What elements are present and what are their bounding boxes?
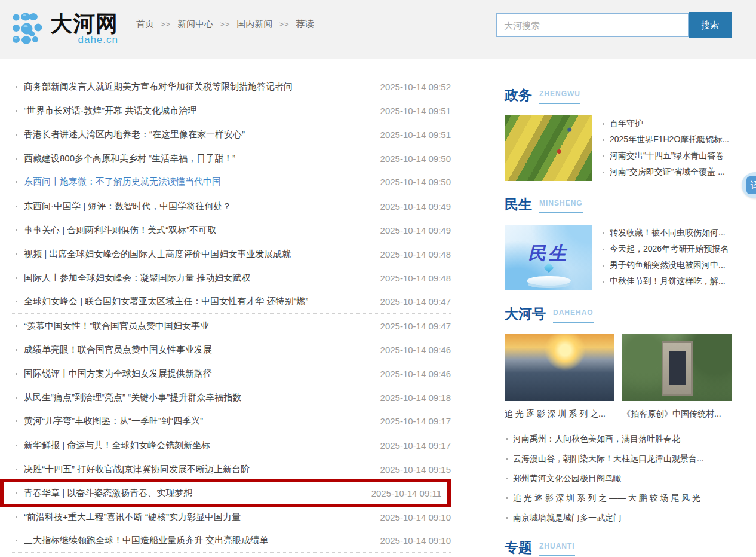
dahehao-card[interactable]: 追 光 逐 影 深 圳 系 列 之... <box>505 334 614 420</box>
sidebar-item-label: 今天起，2026年考研开始预报名 <box>610 244 729 255</box>
sidebar-list-item[interactable]: 中秋佳节到！月饼这样吃，解... <box>601 276 732 287</box>
zhengwu-media-row: 百年守护 2025年世界F1H2O摩托艇锦标... 河南交出“十四五”绿水青山答… <box>505 115 732 181</box>
news-title-link[interactable]: 新华鲜报 | 命运与共！全球妇女峰会镌刻新坐标 <box>24 440 210 451</box>
news-row[interactable]: 成绩单亮眼！联合国官员点赞中国女性事业发展 2025-10-14 09:46 <box>12 338 451 362</box>
bullet-icon <box>16 110 17 112</box>
news-row[interactable]: 青春华章 | 以奋斗姿态激扬青春、实现梦想 2025-10-14 09:11 <box>0 479 451 507</box>
farmland-aerial-photo[interactable] <box>505 115 592 181</box>
sidebar-list-item[interactable]: 云海漫山谷，朝阳染天际！天柱远口龙潭山观景台... <box>505 449 732 469</box>
news-date: 2025-10-14 09:48 <box>373 273 451 283</box>
sidebar-list-item[interactable]: 河南交出“十四五”绿水青山答卷 <box>601 151 732 161</box>
news-row[interactable]: “世界市长对话·敦煌”开幕 共话文化城市治理 2025-10-14 09:51 <box>12 99 451 123</box>
news-title-link[interactable]: “羡慕中国女性！”联合国官员点赞中国妇女事业 <box>24 320 209 332</box>
news-row[interactable]: 从民生“痛点”到治理“亮点” “关键小事”提升群众幸福指数 2025-10-14… <box>12 385 451 409</box>
news-title-link[interactable]: 国际人士参加全球妇女峰会：凝聚国际力量 推动妇女赋权 <box>24 273 250 284</box>
bullet-icon <box>603 123 604 125</box>
news-title-link[interactable]: 香港长者讲述大湾区内地养老：“在这里像在家一样安心” <box>24 129 245 140</box>
search-bar: 搜索 <box>496 12 732 38</box>
dahehao-card[interactable]: 《拍客原创》中国传统村... <box>622 334 732 420</box>
sidebar-list-item[interactable]: 百年守护 <box>601 118 732 129</box>
news-title-link[interactable]: 视频 | 出席全球妇女峰会的国际人士高度评价中国妇女事业发展成就 <box>24 249 291 260</box>
breadcrumb: 首页 >> 新闻中心 >> 国内新闻 >> 荐读 >> <box>136 19 314 30</box>
sidebar-item-label: 河南“交房即交证”省域全覆盖 ... <box>610 167 725 177</box>
news-title-link[interactable]: 决胜“十四五” 打好收官战|京津冀协同发展不断迈上新台阶 <box>24 464 250 475</box>
news-title-link[interactable]: 东西问·中国学 | 短评：数智时代，中国学将往何处？ <box>24 201 231 212</box>
section-subtitle: ZHUANTI <box>539 542 575 556</box>
sidebar-item-label: 男子钓鱼船突然没电被困河中... <box>610 260 726 271</box>
news-row[interactable]: 东西问·中国学 | 短评：数智时代，中国学将往何处？ 2025-10-14 09… <box>12 194 451 218</box>
news-title-link[interactable]: 全球妇女峰会 | 联合国妇女署亚太区域主任：中国女性有才华 还特别“燃” <box>24 296 308 307</box>
news-row[interactable]: 西藏建设800多个高原和美乡村 “生活幸福，日子甜！” 2025-10-14 0… <box>12 146 451 170</box>
news-title-link[interactable]: “前沿科技+重大工程”喜讯不断 “硬核”实力彰显中国力量 <box>24 512 241 523</box>
news-date: 2025-10-14 09:17 <box>373 416 451 426</box>
news-row[interactable]: 香港长者讲述大湾区内地养老：“在这里像在家一样安心” 2025-10-14 09… <box>12 123 451 146</box>
sidebar-item-label: 转发收藏！被不同虫咬伤如何... <box>610 228 726 238</box>
news-row[interactable]: 视频 | 出席全球妇女峰会的国际人士高度评价中国妇女事业发展成就 2025-10… <box>12 242 451 266</box>
news-row[interactable]: 新华鲜报 | 命运与共！全球妇女峰会镌刻新坐标 2025-10-14 09:17 <box>12 433 451 457</box>
bullet-icon <box>16 301 17 302</box>
bullet-icon <box>603 232 604 234</box>
news-row[interactable]: 商务部新闻发言人就近期美方宣布对华加征关税等限制措施答记者问 2025-10-1… <box>12 75 451 99</box>
news-title-link[interactable]: 成绩单亮眼！联合国官员点赞中国女性事业发展 <box>24 344 212 356</box>
breadcrumb-link[interactable]: 新闻中心 <box>177 19 213 30</box>
stone-stele-photo <box>622 334 732 401</box>
search-input[interactable] <box>496 13 689 37</box>
news-row[interactable]: 国际锐评丨中国方案为全球妇女发展提供新路径 2025-10-14 09:46 <box>12 362 451 385</box>
news-title-link[interactable]: “世界市长对话·敦煌”开幕 共话文化城市治理 <box>24 105 196 117</box>
news-row[interactable]: 全球妇女峰会 | 联合国妇女署亚太区域主任：中国女性有才华 还特别“燃” 202… <box>12 290 451 314</box>
sidebar-list-item[interactable]: 河南“交房即交证”省域全覆盖 ... <box>601 167 732 177</box>
sidebar-list-item[interactable]: 转发收藏！被不同虫咬伤如何... <box>601 228 732 238</box>
news-list: 商务部新闻发言人就近期美方宣布对华加征关税等限制措施答记者问 2025-10-1… <box>12 75 451 556</box>
site-logo[interactable]: 大河网 dahe.cn <box>12 12 118 47</box>
sidebar-list-item[interactable]: 2025年世界F1H2O摩托艇锦标... <box>601 134 732 145</box>
news-title-link[interactable]: 国际锐评丨中国方案为全球妇女发展提供新路径 <box>24 368 212 380</box>
sidebar-item-label: 河南禹州：人间秋色美如画，满目落叶胜春花 <box>513 434 680 445</box>
bullet-icon <box>603 249 604 250</box>
news-row[interactable]: 决胜“十四五” 打好收官战|京津冀协同发展不断迈上新台阶 2025-10-14 … <box>12 457 451 481</box>
news-title-link[interactable]: 从民生“痛点”到治理“亮点” “关键小事”提升群众幸福指数 <box>24 392 241 403</box>
section-title[interactable]: 政务 <box>505 88 532 103</box>
sidebar-section-dahehao: 大河号 DAHEHAO 追 光 逐 影 深 圳 系 列 之... 《拍客原创》中… <box>505 307 732 528</box>
news-title-link[interactable]: 三大指标继续领跑全球！中国造船业量质齐升 交出亮眼成绩单 <box>24 535 268 546</box>
news-row[interactable]: 事事关心 | 合则两利斗则俱伤！美式“双标”不可取 2025-10-14 09:… <box>12 218 451 242</box>
news-row[interactable]: 黄河“几字弯”丰收图鉴：从“一季旺”到“四季兴” 2025-10-14 09:1… <box>12 409 451 433</box>
news-date: 2025-10-14 09:47 <box>373 296 451 307</box>
sidebar-list-item[interactable]: 男子钓鱼船突然没电被困河中... <box>601 260 732 271</box>
breadcrumb-item: 国内新闻 >> <box>236 19 296 30</box>
section-title[interactable]: 专题 <box>505 540 532 555</box>
breadcrumb-link[interactable]: 首页 <box>136 19 154 30</box>
search-button[interactable]: 搜索 <box>689 12 732 38</box>
news-title-link[interactable]: 黄河“几字弯”丰收图鉴：从“一季旺”到“四季兴” <box>24 415 203 427</box>
news-row[interactable]: “羡慕中国女性！”联合国官员点赞中国妇女事业 2025-10-14 09:47 <box>12 314 451 338</box>
translate-icon: 译 <box>746 176 756 194</box>
sidebar-list-item[interactable]: 南京城墙就是城门多一武定门 <box>505 508 732 528</box>
bullet-icon <box>16 277 17 279</box>
sidebar-item-label: 云海漫山谷，朝阳染天际！天柱远口龙潭山观景台... <box>513 454 704 464</box>
sidebar-list-item[interactable]: 河南禹州：人间秋色美如画，满目落叶胜春花 <box>505 429 732 449</box>
news-title-link[interactable]: 青春华章 | 以奋斗姿态激扬青春、实现梦想 <box>24 488 192 499</box>
news-title-link[interactable]: 商务部新闻发言人就近期美方宣布对华加征关税等限制措施答记者问 <box>24 81 293 93</box>
news-row[interactable]: 国际人士参加全球妇女峰会：凝聚国际力量 推动妇女赋权 2025-10-14 09… <box>12 266 451 290</box>
sidebar-list-item[interactable]: 郑州黄河文化公园极目阁鸟瞰 <box>505 469 732 488</box>
main-content: 商务部新闻发言人就近期美方宣布对华加征关税等限制措施答记者问 2025-10-1… <box>0 59 756 556</box>
bullet-icon <box>16 420 17 422</box>
sidebar-item-label: 南京城墙就是城门多一武定门 <box>513 513 622 524</box>
news-title-link[interactable]: 西藏建设800多个高原和美乡村 “生活幸福，日子甜！” <box>24 153 235 164</box>
breadcrumb-link[interactable]: 国内新闻 <box>236 19 272 30</box>
sidebar-list-item[interactable]: 今天起，2026年考研开始预报名 <box>601 244 732 255</box>
sidebar-section-minsheng: 民生 MINSHENG 民生 转发收藏！被不同虫咬伤如何... <box>505 197 732 290</box>
minsheng-graphic[interactable]: 民生 <box>505 225 592 290</box>
news-title-link[interactable]: 东西问丨施寒微：不了解历史就无法读懂当代中国 <box>24 176 221 188</box>
news-row[interactable]: 东西问丨施寒微：不了解历史就无法读懂当代中国 2025-10-14 09:50 <box>12 170 451 194</box>
news-row[interactable]: “前沿科技+重大工程”喜讯不断 “硬核”实力彰显中国力量 2025-10-14 … <box>12 505 451 529</box>
breadcrumb-link[interactable]: 荐读 <box>296 19 314 30</box>
sidebar-list-item[interactable]: 追 光 逐 影 深 圳 系 列 之 —— 大 鹏 较 场 尾 风 光 <box>505 488 732 508</box>
stele-stone-shape <box>662 341 693 396</box>
section-title[interactable]: 大河号 <box>505 307 546 322</box>
news-date: 2025-10-14 09:10 <box>373 535 451 546</box>
bullet-icon <box>16 349 17 351</box>
news-title-link[interactable]: 事事关心 | 合则两利斗则俱伤！美式“双标”不可取 <box>24 225 216 236</box>
section-header-zhuanti: 专题 ZHUANTI <box>505 540 732 556</box>
news-row[interactable]: 三大指标继续领跑全球！中国造船业量质齐升 交出亮眼成绩单 2025-10-14 … <box>12 529 451 553</box>
section-title[interactable]: 民生 <box>505 197 532 212</box>
